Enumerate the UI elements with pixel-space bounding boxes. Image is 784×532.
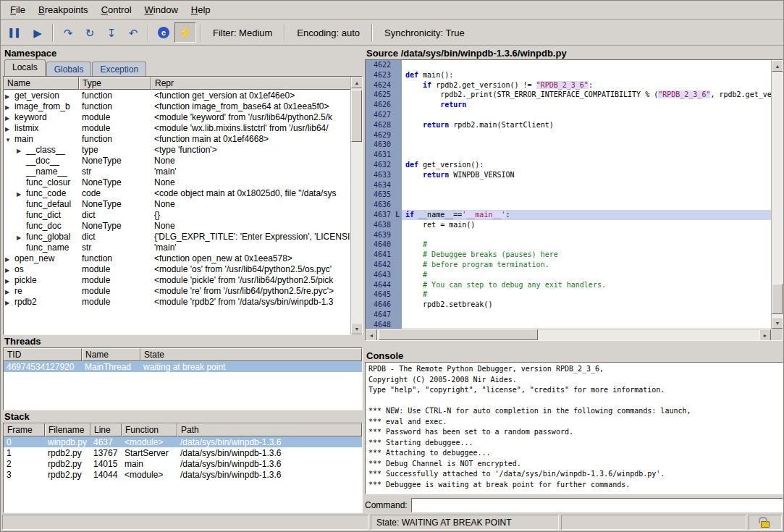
- expand-arrow-icon[interactable]: ▶: [5, 104, 14, 111]
- menu-item-breakpoints[interactable]: Breakpoints: [32, 1, 95, 18]
- menu-item-control[interactable]: Control: [95, 1, 138, 18]
- expand-arrow-icon[interactable]: ▶: [5, 267, 14, 274]
- function-cell: <module>: [122, 437, 177, 447]
- namespace-list: NameTypeRepr ▶get_versionfunction<functi…: [3, 76, 363, 335]
- gutter-marker: [393, 250, 402, 260]
- encoding-label: Encoding: auto: [289, 28, 368, 38]
- namespace-row[interactable]: ▶rpdb2module<module 'rpdb2' from '/data/…: [4, 296, 362, 307]
- scroll-up-icon[interactable]: ▲: [351, 77, 363, 88]
- variable-type-cell: dict: [79, 210, 151, 220]
- source-horizontal-scrollbar[interactable]: ◄ ►: [366, 329, 771, 340]
- code-text: # before program termination.: [402, 260, 771, 270]
- tab-locals[interactable]: Locals: [4, 59, 46, 76]
- expand-arrow-icon[interactable]: ▶: [5, 93, 14, 100]
- expand-arrow-icon[interactable]: ▶: [5, 278, 14, 284]
- namespace-vertical-scrollbar[interactable]: ▲ ▼: [350, 77, 362, 334]
- stack-frame-row[interactable]: 1rpdb2.py13767StartServer/data/sys/bin/w…: [4, 447, 362, 458]
- namespace-row[interactable]: ▶open_newfunction<function open_new at 0…: [4, 253, 362, 263]
- stack-column-filename[interactable]: Filename: [45, 423, 90, 436]
- scrollbar-thumb[interactable]: [379, 329, 538, 340]
- namespace-row[interactable]: ▶image_from_bfunction<function image_fro…: [4, 101, 362, 111]
- gutter-marker: [393, 280, 402, 290]
- expand-arrow-icon[interactable]: ▶: [5, 300, 14, 306]
- scrollbar-track[interactable]: [377, 329, 759, 340]
- step-over-button[interactable]: ↷: [57, 22, 79, 43]
- namespace-row[interactable]: func_namestr'main': [4, 242, 362, 253]
- go-button[interactable]: ▶: [27, 22, 49, 43]
- source-vertical-scrollbar[interactable]: ▲ ▼: [771, 60, 783, 329]
- namespace-row[interactable]: ▶get_versionfunction<function get_versio…: [4, 90, 362, 101]
- tab-globals[interactable]: Globals: [46, 62, 92, 76]
- run-to-return-button[interactable]: ↧: [101, 22, 122, 43]
- expand-arrow-icon[interactable]: ▶: [5, 126, 14, 132]
- stack-column-frame[interactable]: Frame: [4, 423, 45, 436]
- scroll-up-icon[interactable]: ▲: [772, 60, 783, 72]
- collapse-arrow-icon[interactable]: ▼: [5, 137, 14, 143]
- thread-row[interactable]: 46974534127920MainThreadwaiting at break…: [4, 361, 362, 372]
- step-into-icon: ↻: [85, 28, 95, 38]
- namespace-row[interactable]: ▶keywordmodule<module 'keyword' from '/u…: [4, 111, 362, 122]
- namespace-row[interactable]: ▼mainfunction<function main at 0x1ef4668…: [4, 133, 362, 144]
- namespace-row[interactable]: __doc__NoneTypeNone: [4, 155, 362, 166]
- scroll-down-icon[interactable]: ▼: [351, 323, 363, 334]
- scroll-down-icon[interactable]: ▼: [772, 317, 783, 329]
- namespace-row[interactable]: __name__str'main': [4, 166, 362, 177]
- namespace-column-type[interactable]: Type: [79, 77, 151, 90]
- filter-label: Filter: Medium: [205, 28, 280, 38]
- stack-column-path[interactable]: Path: [177, 423, 362, 436]
- variable-name-cell: func_defaul: [4, 199, 79, 209]
- namespace-column-name[interactable]: Name: [4, 77, 79, 90]
- expand-arrow-icon[interactable]: ▶: [17, 191, 26, 198]
- scroll-right-icon[interactable]: ►: [759, 329, 771, 341]
- namespace-row[interactable]: ▶listmixmodule<module 'wx.lib.mixins.lis…: [4, 122, 362, 133]
- step-into-button[interactable]: ↻: [79, 22, 101, 43]
- expand-arrow-icon[interactable]: ▶: [5, 115, 14, 122]
- namespace-row[interactable]: func_dictdict{}: [4, 209, 362, 220]
- namespace-row[interactable]: func_defaulNoneTypeNone: [4, 198, 362, 209]
- menu-item-file[interactable]: File: [4, 1, 32, 18]
- namespace-row[interactable]: ▶func_globaldict{'DLG_EXPR_TITLE': 'Ente…: [4, 231, 362, 242]
- stack-header: FrameFilenameLineFunctionPath: [4, 423, 362, 436]
- run-to-cursor-button[interactable]: ↶: [122, 22, 144, 43]
- namespace-column-repr[interactable]: Repr: [151, 77, 362, 90]
- scrollbar-thumb[interactable]: [351, 90, 362, 142]
- namespace-row[interactable]: ▶picklemodule<module 'pickle' from '/usr…: [4, 274, 362, 285]
- break-button[interactable]: ▌▌: [5, 22, 27, 43]
- expand-arrow-icon[interactable]: ▶: [17, 235, 26, 241]
- scrollbar-track[interactable]: [351, 88, 362, 323]
- namespace-row[interactable]: ▶remodule<module 're' from '/usr/lib64/p…: [4, 285, 362, 296]
- expand-arrow-icon[interactable]: ▶: [5, 289, 14, 295]
- stack-column-line[interactable]: Line: [90, 423, 122, 436]
- stack-frame-row[interactable]: 3rpdb2.py14044<module>/data/sys/bin/winp…: [4, 469, 362, 480]
- namespace-row[interactable]: ▶osmodule<module 'os' from '/usr/lib64/p…: [4, 263, 362, 274]
- threads-column-name[interactable]: Name: [82, 348, 140, 361]
- stack-frame-row[interactable]: 0winpdb.py4637<module>/data/sys/bin/winp…: [4, 436, 362, 447]
- variable-name: func_closur: [26, 177, 70, 187]
- gutter-marker: [393, 200, 402, 210]
- variable-type-cell: function: [79, 253, 151, 263]
- expand-arrow-icon[interactable]: ▶: [5, 256, 14, 263]
- tab-exception[interactable]: Exception: [92, 62, 146, 76]
- console-output[interactable]: RPDB - The Remote Python Debugger, versi…: [365, 362, 783, 494]
- source-editor[interactable]: 46224623def main():4624 if rpdb2.get_ver…: [365, 59, 783, 341]
- scrollbar-track[interactable]: [772, 72, 783, 317]
- encoding-button[interactable]: e: [153, 22, 174, 43]
- menu-item-window[interactable]: Window: [138, 1, 185, 18]
- path-cell: /data/sys/bin/winpdb-1.3.6: [177, 459, 362, 469]
- command-input[interactable]: [411, 498, 783, 512]
- variable-repr-cell: <module 'wx.lib.mixins.listctrl' from '/…: [151, 123, 362, 133]
- threads-column-tid[interactable]: TID: [4, 348, 82, 361]
- synchronicity-button[interactable]: ⚡: [174, 22, 196, 43]
- stack-frame-row[interactable]: 2rpdb2.py14015main/data/sys/bin/winpdb-1…: [4, 458, 362, 469]
- scrollbar-thumb[interactable]: [772, 284, 783, 314]
- namespace-row[interactable]: ▶__class__type<type 'function'>: [4, 144, 362, 155]
- threads-column-state[interactable]: State: [140, 348, 362, 361]
- scroll-left-icon[interactable]: ◄: [366, 329, 377, 341]
- threads-list: TIDNameState 46974534127920MainThreadwai…: [3, 347, 363, 410]
- menu-item-help[interactable]: Help: [185, 1, 217, 18]
- expand-arrow-icon[interactable]: ▶: [17, 148, 26, 154]
- namespace-row[interactable]: ▶func_codecode<code object main at 0x180…: [4, 187, 362, 198]
- namespace-row[interactable]: func_closurNoneTypeNone: [4, 177, 362, 187]
- stack-column-function[interactable]: Function: [122, 423, 177, 436]
- namespace-row[interactable]: func_docNoneTypeNone: [4, 220, 362, 231]
